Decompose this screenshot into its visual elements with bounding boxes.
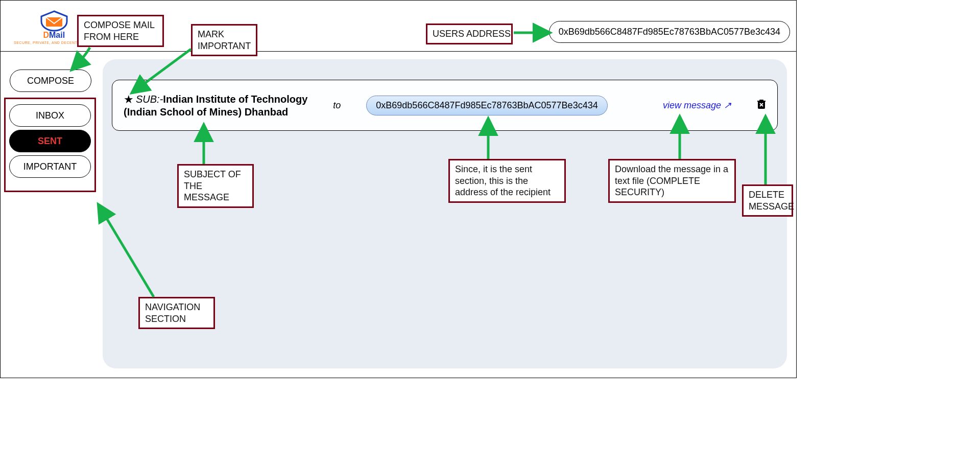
subject-prefix: SUB:- xyxy=(136,94,163,105)
nav-sent[interactable]: SENT xyxy=(9,130,91,152)
annotation-mark-important: MARK IMPORTANT xyxy=(191,24,257,56)
annotation-nav: NAVIGATION SECTION xyxy=(138,297,215,329)
annotation-download: Download the message in a text file (COM… xyxy=(608,159,736,203)
shield-mail-icon xyxy=(39,10,69,32)
view-message-link[interactable]: view message ↗ xyxy=(663,100,731,111)
delete-icon[interactable] xyxy=(757,99,766,112)
annotation-subject: SUBJECT OF THE MESSAGE xyxy=(177,164,254,208)
nav-inbox[interactable]: INBOX xyxy=(9,104,91,127)
message-row[interactable]: ★ SUB:-Indian Institute of Technology (I… xyxy=(112,80,778,131)
compose-button[interactable]: COMPOSE xyxy=(10,69,91,92)
annotation-compose: COMPOSE MAIL FROM HERE xyxy=(77,15,164,47)
nav-important[interactable]: IMPORTANT xyxy=(9,155,91,178)
annotation-users-address: USERS ADDRESS xyxy=(426,24,513,44)
to-label: to xyxy=(333,100,341,111)
user-address-pill[interactable]: 0xB69db566C8487Fd985Ec78763BbAC0577Be3c4… xyxy=(549,21,790,43)
subject-line1: Indian Institute of Technology xyxy=(163,94,307,105)
annotation-recipient: Since, it is the sent section, this is t… xyxy=(448,159,566,203)
message-subject-block: ★ SUB:-Indian Institute of Technology (I… xyxy=(124,93,307,118)
subject-line2: (Indian School of Mines) Dhanbad xyxy=(124,106,307,118)
recipient-address-pill[interactable]: 0xB69db566C8487Fd985Ec78763BbAC0577Be3c4… xyxy=(366,96,607,115)
star-icon[interactable]: ★ xyxy=(124,93,134,106)
annotation-delete: DELETE MESSAGE xyxy=(742,184,793,217)
svg-rect-3 xyxy=(757,101,766,102)
nav-section: INBOX SENT IMPORTANT xyxy=(4,98,96,192)
